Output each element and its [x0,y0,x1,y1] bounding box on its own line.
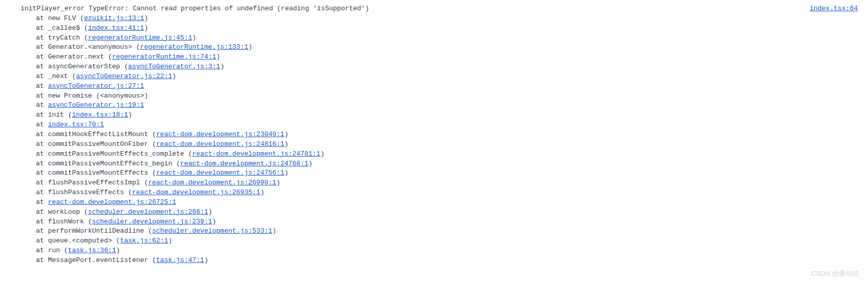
stack-frame-text: ) [144,14,148,22]
stack-frame-text: ) [320,150,325,158]
stack-frame-link[interactable]: scheduler.development.js:239:1 [92,218,212,225]
stack-frame: at queue.<computed> (task.js:62:1) [10,236,789,246]
stack-frame: at MessagePort.eventListener (task.js:47… [10,256,789,266]
stack-frame-link[interactable]: react-dom.development.js:26725:1 [48,198,176,206]
stack-frame-text: ) [168,237,172,245]
stack-frame-link[interactable]: regeneratorRuntime.js:133:1 [140,43,249,51]
stack-frame-link[interactable]: asyncToGenerator.js:19:1 [48,101,144,109]
stack-frame: at new FLV (ezuikit.js:13:1) [10,14,789,24]
stack-frame-text: at commitPassiveMountEffects_begin ( [36,160,180,167]
stack-frame-text: at Generator.next ( [36,53,112,61]
stack-frame-link[interactable]: ezuikit.js:13:1 [84,14,144,22]
stack-frame-text: at commitPassiveMountEffects_complete ( [36,150,192,158]
stack-frame-text: at run ( [36,247,68,254]
stack-frame-text: ) [208,208,212,216]
stack-frame: at tryCatch (regeneratorRuntime.js:45:1) [10,33,789,43]
stack-frame: at index.tsx:70:1 [10,120,789,130]
stack-frame-text: ) [248,43,252,51]
stack-frame-link[interactable]: asyncToGenerator.js:3:1 [128,63,220,70]
stack-frame: at react-dom.development.js:26725:1 [10,198,789,208]
stack-frame: at flushWork (scheduler.development.js:2… [10,217,789,227]
stack-frame: at _next (asyncToGenerator.js:22:1) [10,72,789,82]
stack-frame-link[interactable]: react-dom.development.js:23049:1 [156,130,285,138]
console-error-row: initPlayer_error TypeError: Cannot read … [10,4,858,266]
stack-frame-text: ) [204,256,209,264]
stack-frame: at commitPassiveMountEffects_begin (reac… [10,159,789,169]
stack-frame: at performWorkUntilDeadline (scheduler.d… [10,227,789,236]
stack-frame-text: ) [272,227,276,235]
stack-frame-link[interactable]: regeneratorRuntime.js:74:1 [112,53,216,61]
stack-frame-link[interactable]: index.tsx:41:1 [88,24,144,32]
stack-frame: at flushPassiveEffectsImpl (react-dom.de… [10,178,789,188]
stack-frame-text: ) [285,169,289,177]
stack-frame: at _callee$ (index.tsx:41:1) [10,24,789,33]
stack-frame: at flushPassiveEffects (react-dom.develo… [10,188,789,198]
stack-frame-text: ) [192,34,196,42]
stack-frame-link[interactable]: task.js:62:1 [120,237,168,245]
stack-frame-text: ) [144,24,148,32]
stack-frame-link[interactable]: react-dom.development.js:26990:1 [148,179,276,186]
stack-frame-link[interactable]: task.js:47:1 [156,256,204,264]
stack-trace: at new FLV (ezuikit.js:13:1)at _callee$ … [10,14,789,266]
stack-frame-link[interactable]: react-dom.development.js:24816:1 [156,140,285,148]
stack-frame-text: at new Promise (<anonymous>) [36,92,148,100]
stack-frame: at new Promise (<anonymous>) [10,91,789,101]
stack-frame: at asyncToGenerator.js:27:1 [10,82,789,91]
stack-frame-text: at flushPassiveEffects ( [36,189,132,196]
stack-frame: at commitPassiveMountEffects_complete (r… [10,149,789,159]
stack-frame-link[interactable]: react-dom.development.js:24768:1 [180,160,309,167]
stack-frame-text: at [36,121,48,128]
stack-frame-text: ) [309,160,313,167]
stack-frame-text: at flushPassiveEffectsImpl ( [36,179,148,186]
stack-frame-text: at queue.<computed> ( [36,237,120,245]
stack-frame-text: at [36,101,48,109]
stack-frame-text: at commitHookEffectListMount ( [36,130,156,138]
stack-frame-text: at MessagePort.eventListener ( [36,256,156,264]
stack-frame-text: at workLoop ( [36,208,88,216]
error-block: initPlayer_error TypeError: Cannot read … [10,4,789,266]
stack-frame-text: at init ( [36,111,72,119]
stack-frame-text: at flushWork ( [36,218,92,225]
stack-frame-text: ) [116,247,120,254]
stack-frame-link[interactable]: asyncToGenerator.js:22:1 [76,72,172,80]
stack-frame-link[interactable]: react-dom.development.js:24756:1 [156,169,285,177]
stack-frame-text: ) [128,111,132,119]
stack-frame-link[interactable]: react-dom.development.js:24781:1 [192,150,320,158]
stack-frame: at commitPassiveMountEffects (react-dom.… [10,168,789,178]
stack-frame-text: at Generator.<anonymous> ( [36,43,140,51]
stack-frame-link[interactable]: scheduler.development.js:266:1 [88,208,208,216]
stack-frame-text: at asyncGeneratorStep ( [36,63,128,70]
stack-frame: at Generator.<anonymous> (regeneratorRun… [10,43,789,52]
stack-frame: at init (index.tsx:18:1) [10,110,789,120]
stack-frame: at asyncToGenerator.js:19:1 [10,101,789,110]
stack-frame: at run (task.js:36:1) [10,246,789,256]
stack-frame: at commitPassiveMountOnFiber (react-dom.… [10,140,789,149]
stack-frame-link[interactable]: regeneratorRuntime.js:45:1 [88,34,192,42]
stack-frame-text: at commitPassiveMountOnFiber ( [36,140,156,148]
stack-frame-text: at [36,198,48,206]
stack-frame-text: at [36,82,48,90]
stack-frame-link[interactable]: index.tsx:70:1 [48,121,104,128]
error-message: initPlayer_error TypeError: Cannot read … [10,4,789,14]
stack-frame-text: ) [276,179,280,186]
stack-frame-text: ) [285,140,289,148]
stack-frame: at commitHookEffectListMount (react-dom.… [10,130,789,140]
stack-frame-text: at _callee$ ( [36,24,88,32]
stack-frame-text: at commitPassiveMountEffects ( [36,169,156,177]
stack-frame-text: at _next ( [36,72,76,80]
stack-frame-link[interactable]: task.js:36:1 [68,247,116,254]
stack-frame-link[interactable]: index.tsx:18:1 [72,111,128,119]
stack-frame: at workLoop (scheduler.development.js:26… [10,208,789,217]
stack-frame-text: at new FLV ( [36,14,84,22]
stack-frame-link[interactable]: react-dom.development.js:26935:1 [132,189,260,196]
stack-frame-text: ) [260,189,265,196]
stack-frame-text: ) [212,218,216,225]
stack-frame-text: ) [220,63,224,70]
stack-frame-text: at performWorkUntilDeadline ( [36,227,152,235]
stack-frame-text: ) [285,130,289,138]
stack-frame: at Generator.next (regeneratorRuntime.js… [10,52,789,62]
stack-frame-link[interactable]: scheduler.development.js:533:1 [152,227,272,235]
source-link[interactable]: index.tsx:64 [809,4,858,14]
watermark: CSDN @爱与信 [811,269,859,270]
stack-frame-link[interactable]: asyncToGenerator.js:27:1 [48,82,144,90]
